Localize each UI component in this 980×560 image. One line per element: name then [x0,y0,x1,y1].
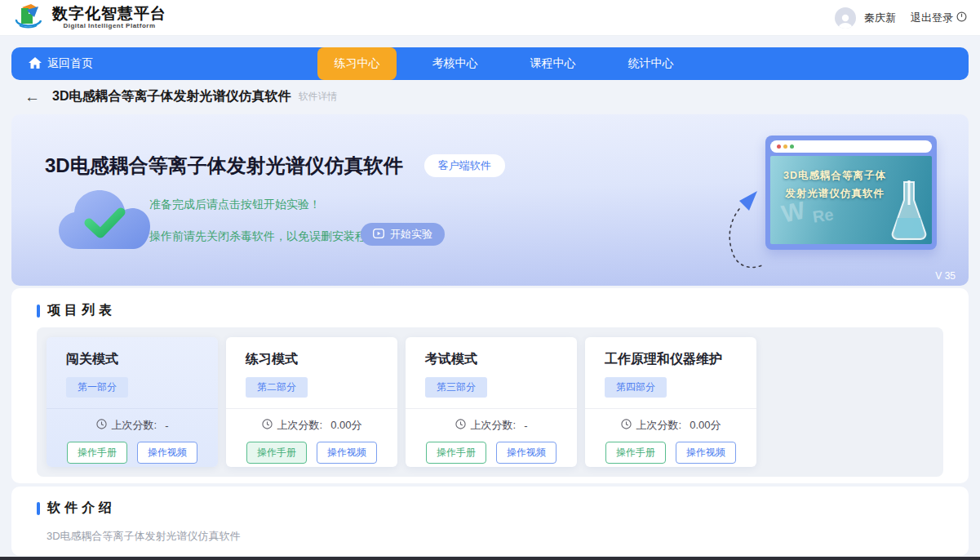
score-label: 上次分数: [112,418,157,433]
manual-button[interactable]: 操作手册 [246,442,307,464]
start-experiment-button[interactable]: 开始实验 [361,223,445,246]
clock-icon [621,419,632,432]
user-avatar-icon [835,7,856,29]
main-navbar: 返回首页 练习中心 考核中心 课程中心 统计中心 [11,47,969,80]
software-intro-panel: 软件介绍 3D电感耦合等离子体发射光谱仪仿真软件 [11,487,969,556]
section-accent-bar [37,502,40,515]
version-label: V 35 [935,270,956,282]
platform-subtitle: Digital Intelligent Platform [52,22,166,29]
cloud-check-icon [55,184,154,256]
project-card-exam-mode: 考试模式 第三部分 上次分数: - 操作手册 操作视频 [406,337,577,467]
score-label: 上次分数: [471,418,517,433]
logout-icon [956,11,967,24]
card-title: 练习模式 [246,351,397,368]
clock-icon [455,419,466,432]
periodic-table-letter: Re [812,205,836,226]
card-divider [226,408,397,409]
card-title: 工作原理和仪器维护 [605,351,756,368]
project-list-panel: 项目列表 闯关模式 第一部分 上次分数: - 操作手册 操作视频 练习模式 第二… [11,288,969,483]
platform-title: 数字化智慧平台 [52,6,166,22]
video-button[interactable]: 操作视频 [317,442,377,464]
manual-button[interactable]: 操作手册 [67,442,127,464]
play-video-icon [373,229,384,241]
software-preview-image: W Re 3D电感耦合等离子体 发射光谱仪仿真软件 [770,156,932,244]
top-header: 数字化智慧平台 Digital Intelligent Platform 秦庆新… [0,0,980,36]
breadcrumb-subtitle: 软件详情 [298,90,337,104]
browser-titlebar [770,140,932,153]
traffic-light-red-icon [777,144,781,149]
paper-plane-icon [715,189,774,281]
nav-home-label: 返回首页 [47,56,93,71]
clock-icon [96,419,107,432]
score-label: 上次分数: [636,418,682,433]
traffic-light-yellow-icon [783,144,787,149]
score-value: 0.00分 [330,418,361,433]
nav-return-home[interactable]: 返回首页 [29,56,93,71]
start-experiment-label: 开始实验 [390,227,432,242]
tab-practice-center[interactable]: 练习中心 [317,47,397,80]
project-card-practice-mode: 练习模式 第二部分 上次分数: 0.00分 操作手册 操作视频 [226,337,397,467]
card-part-badge: 第三部分 [425,377,487,398]
software-intro-text: 3D电感耦合等离子体发射光谱仪仿真软件 [47,529,943,544]
manual-button[interactable]: 操作手册 [426,442,486,464]
project-card-principle-maintenance: 工作原理和仪器维护 第四部分 上次分数: 0.00分 操作手册 操作视频 [585,337,756,467]
score-label: 上次分数: [277,418,323,433]
card-divider [47,408,218,409]
logout-button[interactable]: 退出登录 [911,11,967,25]
card-part-badge: 第一部分 [66,377,128,398]
back-arrow-icon[interactable]: ← [24,89,40,104]
logout-label: 退出登录 [911,11,953,25]
card-part-badge: 第四部分 [605,377,667,398]
tab-course-center[interactable]: 课程中心 [513,47,592,80]
breadcrumb-title: 3D电感耦合等离子体发射光谱仪仿真软件 [52,88,290,105]
project-card-level-mode: 闯关模式 第一部分 上次分数: - 操作手册 操作视频 [47,337,218,467]
periodic-table-letter: W [779,196,808,228]
software-title: 3D电感耦合等离子体发射光谱仪仿真软件 [45,153,403,179]
hero-instruction-2: 操作前请先关闭杀毒软件，以免误删安装程序 [149,229,378,244]
footer-strip [0,557,980,560]
tab-statistics-center[interactable]: 统计中心 [611,47,690,80]
card-part-badge: 第二部分 [246,377,308,398]
hero-instruction-1: 准备完成后请点击按钮开始实验！ [149,198,321,212]
traffic-light-green-icon [790,144,794,149]
project-cards-row: 闯关模式 第一部分 上次分数: - 操作手册 操作视频 练习模式 第二部分 [37,327,943,477]
project-list-title: 项目列表 [47,302,116,319]
video-button[interactable]: 操作视频 [496,442,557,464]
tab-assessment-center[interactable]: 考核中心 [415,47,494,80]
brand-logo: 数字化智慧平台 Digital Intelligent Platform [13,2,166,34]
score-value: - [524,420,527,432]
client-software-badge: 客户端软件 [424,154,505,177]
score-value: 0.00分 [690,418,721,433]
software-preview-window: W Re 3D电感耦合等离子体 发射光谱仪仿真软件 [765,136,937,250]
section-accent-bar [37,304,40,318]
hero-banner: 3D电感耦合等离子体发射光谱仪仿真软件 客户端软件 准备完成后请点击按钮开始实验… [11,114,969,286]
software-intro-title: 软件介绍 [47,500,116,517]
username-label: 秦庆新 [864,11,896,25]
nav-tabs: 练习中心 考核中心 课程中心 统计中心 [317,47,709,80]
card-title: 闯关模式 [66,351,218,368]
card-title: 考试模式 [425,351,577,368]
manual-button[interactable]: 操作手册 [605,442,666,464]
video-button[interactable]: 操作视频 [676,442,736,464]
score-value: - [165,420,168,432]
home-icon [29,57,42,71]
clock-icon [262,419,273,432]
card-divider [585,408,756,409]
preview-title-line1: 3D电感耦合等离子体 [770,169,899,183]
platform-logo-icon [13,2,44,34]
card-divider [406,408,577,409]
breadcrumb: ← 3D电感耦合等离子体发射光谱仪仿真软件 软件详情 [0,80,980,113]
preview-title-line2: 发射光谱仪仿真软件 [770,187,899,201]
video-button[interactable]: 操作视频 [137,442,197,464]
